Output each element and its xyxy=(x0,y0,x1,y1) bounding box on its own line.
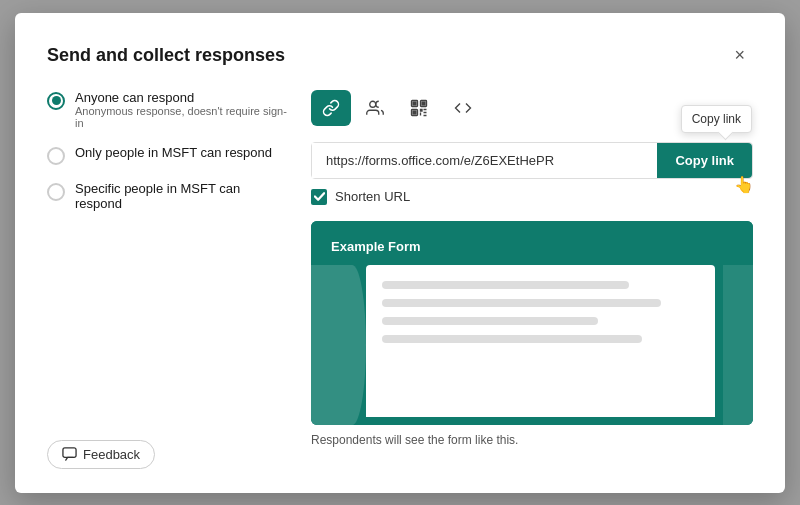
url-input[interactable] xyxy=(312,143,657,178)
shorten-url-checkbox[interactable] xyxy=(311,189,327,205)
tab-qr[interactable] xyxy=(399,90,439,126)
radio-sub-anyone: Anonymous response, doesn't require sign… xyxy=(75,105,287,129)
radio-main-msft: Only people in MSFT can respond xyxy=(75,145,272,160)
svg-point-0 xyxy=(370,101,376,107)
svg-rect-6 xyxy=(413,111,416,114)
left-panel: Anyone can respond Anonymous response, d… xyxy=(47,90,287,447)
preview-line-1 xyxy=(382,281,629,289)
svg-rect-5 xyxy=(422,102,425,105)
preview-header: Example Form xyxy=(311,221,753,265)
preview-caption: Respondents will see the form like this. xyxy=(311,433,753,447)
radio-circle-specific xyxy=(47,183,65,201)
radio-msft-only[interactable]: Only people in MSFT can respond xyxy=(47,145,287,165)
copy-link-button[interactable]: Copy link 👆 xyxy=(657,143,752,178)
dialog-body: Anyone can respond Anonymous response, d… xyxy=(47,90,753,447)
copy-tooltip: Copy link xyxy=(681,105,752,133)
right-panel: Copy link Copy link 👆 Shorten URL xyxy=(311,90,753,447)
svg-rect-4 xyxy=(413,102,416,105)
dialog-title: Send and collect responses xyxy=(47,45,285,66)
feedback-label: Feedback xyxy=(83,447,140,462)
preview-line-4 xyxy=(382,335,642,343)
shorten-url-label: Shorten URL xyxy=(335,189,410,204)
radio-specific[interactable]: Specific people in MSFT can respond xyxy=(47,181,287,211)
feedback-button[interactable]: Feedback xyxy=(47,440,155,469)
close-button[interactable]: × xyxy=(726,41,753,70)
shorten-url-row: Shorten URL xyxy=(311,189,753,205)
svg-rect-7 xyxy=(63,447,76,456)
preview-card: Example Form xyxy=(311,221,753,425)
preview-right-accent xyxy=(723,265,753,425)
preview-left-wave xyxy=(311,265,366,425)
preview-body xyxy=(366,265,715,417)
radio-circle-msft xyxy=(47,147,65,165)
tab-link[interactable] xyxy=(311,90,351,126)
preview-line-2 xyxy=(382,299,661,307)
tab-embed[interactable] xyxy=(443,90,483,126)
preview-line-3 xyxy=(382,317,598,325)
radio-main-anyone: Anyone can respond xyxy=(75,90,287,105)
radio-main-specific: Specific people in MSFT can respond xyxy=(75,181,287,211)
preview-form-title: Example Form xyxy=(331,239,421,254)
dialog-header: Send and collect responses × xyxy=(47,41,753,70)
url-row: Copy link Copy link 👆 xyxy=(311,142,753,179)
send-responses-dialog: Send and collect responses × Anyone can … xyxy=(15,13,785,493)
radio-anyone[interactable]: Anyone can respond Anonymous response, d… xyxy=(47,90,287,129)
tab-people[interactable] xyxy=(355,90,395,126)
radio-circle-anyone xyxy=(47,92,65,110)
